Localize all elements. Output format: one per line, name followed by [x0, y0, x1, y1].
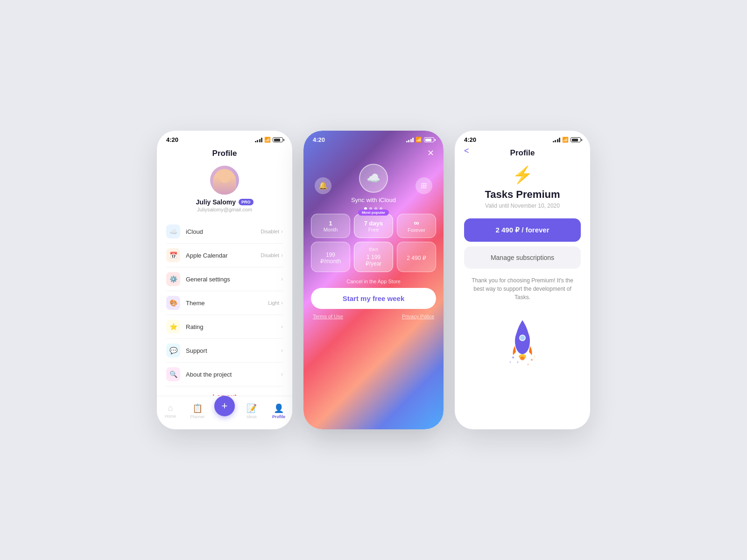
chevron-icon: ›: [281, 276, 283, 282]
plan-week-price[interactable]: then 1 199 ₽/year: [354, 242, 393, 272]
svg-point-4: [520, 357, 525, 360]
plan-month-price[interactable]: 199 ₽/month: [311, 242, 350, 272]
general-settings-icon-wrap: ⚙️: [166, 272, 180, 286]
menu-item-icloud[interactable]: ☁️ iCloud Disablet ›: [166, 220, 283, 244]
left-time: 4:20: [166, 136, 178, 143]
main-icon-wrap: ☁️ Sync with iCloud: [351, 164, 396, 210]
add-button[interactable]: +: [214, 396, 235, 416]
top-icons-row: 🔔 ☁️ Sync with iCloud ⊞: [303, 158, 444, 210]
scene: 4:20 📶 Profile Juliy Salomy PRO: [138, 103, 609, 457]
plans-row-bottom: 199 ₽/month then 1 199 ₽/year 2 490 ₽: [311, 242, 436, 272]
bell-icon-circle: 🔔: [315, 177, 331, 194]
plan-week-then: then: [369, 247, 378, 252]
chevron-icon: ›: [281, 323, 283, 330]
rating-label: Rating: [186, 323, 281, 330]
plan-forever-main: ∞: [414, 219, 419, 227]
avatar: [210, 166, 239, 195]
right-battery-icon: [571, 137, 581, 142]
chevron-icon: ›: [281, 347, 283, 354]
right-time: 4:20: [464, 136, 476, 143]
right-phone: 4:20 📶 < Profile ⚡ Tasks Premium Valid u…: [455, 131, 590, 429]
right-signal-icon: [553, 138, 561, 142]
left-phone: 4:20 📶 Profile Juliy Salomy PRO: [157, 131, 292, 429]
center-wifi-icon: 📶: [416, 137, 422, 143]
grid-icon-circle: ⊞: [416, 177, 432, 194]
plan-week-main: 7 days: [364, 220, 383, 227]
planner-label: Planner: [190, 414, 204, 419]
center-status-bar: 4:20 📶: [303, 131, 444, 146]
icloud-label: iCloud: [186, 228, 261, 235]
menu-item-apple-calendar[interactable]: 📅 Apple Calendar Disablet ›: [166, 244, 283, 267]
signal-icon: [255, 138, 263, 142]
privacy-link[interactable]: Privacy Police: [402, 314, 434, 319]
menu-item-support[interactable]: 💬 Support ›: [166, 339, 283, 363]
support-label: Support: [186, 347, 281, 354]
ideas-label: Ideas: [247, 414, 257, 419]
avatar-section: Juliy Salomy PRO Juliysalomy@gmail.com: [166, 166, 283, 212]
plan-forever[interactable]: ∞ Forever: [397, 214, 436, 238]
user-name: Juliy Salomy: [196, 198, 236, 206]
left-status-icons: 📶: [255, 137, 283, 143]
apple-calendar-sub: Disablet: [261, 252, 279, 258]
manage-subscriptions-button[interactable]: Manage subscriptions: [464, 246, 581, 269]
back-button[interactable]: <: [464, 146, 469, 156]
plan-month-price-label: 199 ₽/month: [315, 252, 346, 265]
svg-point-8: [528, 364, 529, 365]
sync-label: Sync with iCloud: [351, 196, 396, 203]
pro-badge: PRO: [239, 199, 254, 205]
theme-sub: Light: [268, 300, 279, 306]
nav-add[interactable]: + +: [211, 400, 238, 422]
center-battery-icon: [424, 137, 434, 142]
price-forever-button[interactable]: 2 490 ₽ / forever: [464, 218, 581, 242]
center-phone: 4:20 📶 ✕ 🔔 ☁️ Sync with iCloud: [303, 131, 444, 429]
menu-item-about[interactable]: 🔍 About the project ›: [166, 363, 283, 386]
valid-text: Valid until November 10, 2020: [464, 203, 581, 209]
theme-label: Theme: [186, 300, 268, 307]
add-icon: +: [222, 400, 228, 412]
start-free-week-button[interactable]: Start my free week: [311, 288, 436, 309]
plan-forever-price[interactable]: 2 490 ₽: [397, 242, 436, 272]
cancel-text: Cancel in the App Store: [303, 279, 444, 284]
bottom-links: Terms of Use Privacy Police: [303, 309, 444, 327]
general-settings-label: General settings: [186, 276, 281, 283]
avatar-person-shape: [213, 169, 236, 195]
right-content: < Profile ⚡ Tasks Premium Valid until No…: [455, 146, 590, 371]
close-button[interactable]: ✕: [303, 146, 444, 158]
plan-week-sub: Free: [368, 227, 379, 232]
menu-item-general-settings[interactable]: ⚙️ General settings ›: [166, 267, 283, 291]
about-label: About the project: [186, 371, 281, 378]
menu-item-rating[interactable]: ⭐ Rating ›: [166, 315, 283, 339]
rating-icon-wrap: ⭐: [166, 320, 180, 334]
chevron-icon: ›: [281, 252, 283, 259]
wifi-icon: 📶: [264, 137, 271, 143]
svg-point-9: [510, 362, 511, 363]
plan-forever-price-label: 2 490 ₽: [407, 255, 426, 261]
theme-icon-wrap: 🎨: [166, 296, 180, 310]
popular-badge: Most popular: [358, 210, 389, 216]
plan-month[interactable]: 1 Month: [311, 214, 350, 238]
plan-week[interactable]: Most popular 7 days Free: [354, 214, 393, 238]
chevron-icon: ›: [281, 228, 283, 235]
nav-ideas[interactable]: 📝 Ideas: [238, 403, 265, 419]
home-icon: ⌂: [168, 403, 173, 413]
menu-item-theme[interactable]: 🎨 Theme Light ›: [166, 291, 283, 315]
apple-calendar-label: Apple Calendar: [186, 252, 261, 259]
plans-section: 1 Month Most popular 7 days Free ∞ Forev…: [303, 210, 444, 276]
svg-point-2: [520, 336, 525, 340]
plans-row-top: 1 Month Most popular 7 days Free ∞ Forev…: [311, 214, 436, 238]
terms-link[interactable]: Terms of Use: [313, 314, 343, 319]
nav-home[interactable]: ⌂ Home: [157, 403, 184, 419]
cloud-icon-circle: ☁️: [359, 164, 388, 193]
lightning-wrap: ⚡: [464, 165, 581, 185]
svg-point-7: [517, 362, 519, 363]
left-screen-title: Profile: [166, 149, 283, 158]
right-status-bar: 4:20 📶: [455, 131, 590, 146]
nav-profile[interactable]: 👤 Profile: [265, 403, 292, 419]
svg-point-10: [534, 356, 536, 357]
svg-point-6: [531, 359, 533, 361]
bottom-nav: ⌂ Home 📋 Planner + + 📝 Ideas 👤 Profile: [157, 396, 292, 429]
nav-planner[interactable]: 📋 Planner: [184, 403, 211, 419]
about-icon-wrap: 🔍: [166, 367, 180, 381]
user-name-row: Juliy Salomy PRO: [196, 198, 253, 206]
svg-point-5: [512, 357, 514, 358]
